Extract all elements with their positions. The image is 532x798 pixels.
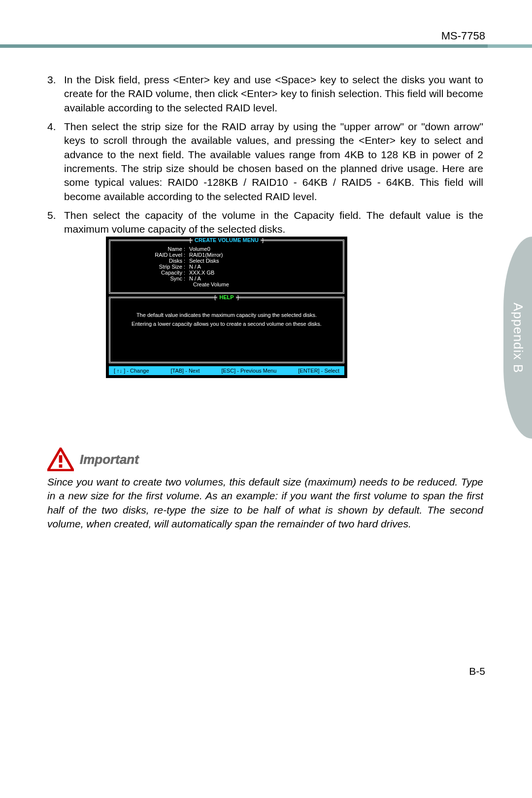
list-item: 3. In the Disk field, press <Enter> key … — [47, 73, 483, 115]
header-rule — [0, 44, 532, 48]
svg-rect-0 — [59, 455, 63, 463]
important-callout: Important Since you want to create two v… — [47, 448, 483, 531]
bios-field-disks: Disks :Select Disks — [115, 258, 338, 264]
important-label: Important — [80, 452, 139, 467]
field-label: Sync : — [115, 276, 189, 281]
title-bracket: ]═ — [236, 294, 243, 300]
bios-menu-title: CREATE VOLUME MENU — [193, 237, 261, 243]
step-number: 5. — [47, 208, 64, 237]
field-value: N / A — [189, 276, 201, 281]
field-value: Create Volume — [193, 281, 229, 287]
bios-help-panel: ═[ HELP ]═ The default value indicates t… — [109, 297, 344, 363]
side-tab: Appendix B — [503, 237, 532, 439]
field-value: Volume0 — [189, 246, 210, 252]
key-hint-change: [ ↑↓ ] - Change — [114, 368, 149, 374]
bios-create-volume: Create Volume — [115, 281, 338, 287]
step-text: Then select the capacity of the volume i… — [64, 208, 483, 237]
bios-menu-panel: ══[ CREATE VOLUME MENU ]══ Name :Volume0… — [109, 240, 344, 294]
field-label: RAID Level : — [115, 252, 189, 258]
key-hint-esc: [ESC] - Previous Menu — [221, 368, 276, 374]
bios-help-title-row: ═[ HELP ]═ — [115, 294, 338, 300]
important-text: Since you want to create two volumes, th… — [47, 475, 483, 531]
key-hint-enter: [ENTER] - Select — [298, 368, 339, 374]
bios-footer-bar: [ ↑↓ ] - Change [TAB] - Next [ESC] - Pre… — [109, 366, 344, 375]
page-number: B-5 — [469, 665, 485, 677]
body-content: 3. In the Disk field, press <Enter> key … — [47, 73, 483, 242]
key-hint-tab: [TAB] - Next — [170, 368, 200, 374]
field-value: N / A — [189, 264, 201, 270]
important-header: Important — [47, 448, 483, 471]
bios-title-row: ══[ CREATE VOLUME MENU ]══ — [115, 237, 338, 243]
bios-field-name: Name :Volume0 — [115, 246, 338, 252]
bios-help-text: The default value indicates the maximum … — [115, 303, 338, 357]
bios-help-title: HELP — [217, 294, 235, 300]
step-number: 4. — [47, 120, 64, 204]
bios-field-raid: RAID Level :RAID1(Mirror) — [115, 252, 338, 258]
field-value: XXX.X GB — [189, 270, 214, 276]
warning-icon — [47, 448, 74, 471]
bios-field-strip: Strip Size :N / A — [115, 264, 338, 270]
model-code: MS-7758 — [441, 30, 485, 42]
step-text: Then select the strip size for the RAID … — [64, 120, 483, 204]
instruction-list: 3. In the Disk field, press <Enter> key … — [47, 73, 483, 237]
field-value: Select Disks — [189, 258, 219, 264]
page: MS-7758 3. In the Disk field, press <Ent… — [0, 0, 532, 798]
field-label: Name : — [115, 246, 189, 252]
bios-field-capacity: Capacity :XXX.X GB — [115, 270, 338, 276]
bios-field-sync: Sync :N / A — [115, 276, 338, 281]
list-item: 5. Then select the capacity of the volum… — [47, 208, 483, 237]
title-bracket: ═[ — [210, 294, 217, 300]
title-bracket: ══[ — [182, 237, 193, 243]
side-tab-label: Appendix B — [510, 303, 526, 373]
field-label: Strip Size : — [115, 264, 189, 270]
title-bracket: ]══ — [261, 237, 271, 243]
step-text: In the Disk field, press <Enter> key and… — [64, 73, 483, 115]
step-number: 3. — [47, 73, 64, 115]
svg-rect-1 — [59, 464, 63, 468]
field-label: Capacity : — [115, 270, 189, 276]
field-value: RAID1(Mirror) — [189, 252, 223, 258]
field-label: Disks : — [115, 258, 189, 264]
list-item: 4. Then select the strip size for the RA… — [47, 120, 483, 204]
bios-screenshot: ══[ CREATE VOLUME MENU ]══ Name :Volume0… — [106, 237, 347, 378]
